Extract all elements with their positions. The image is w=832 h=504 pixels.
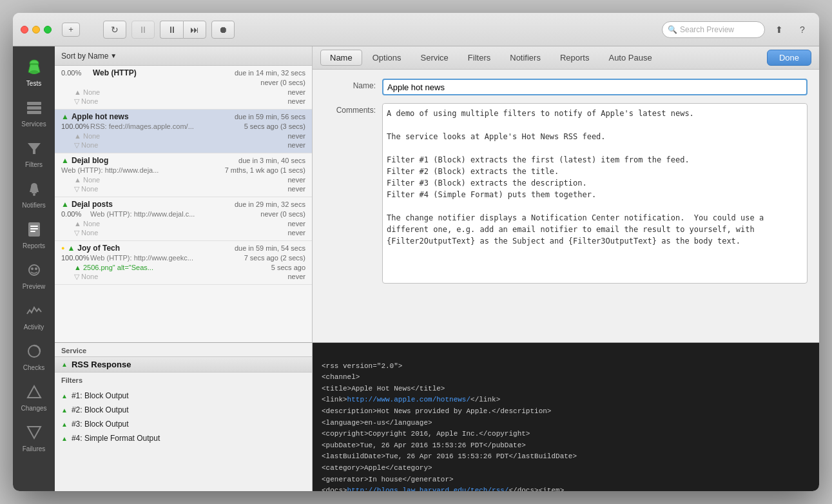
sub-item: ▽ None never	[61, 141, 305, 150]
item-subitems: ▲ None never ▽ None never	[61, 88, 305, 106]
item-subitems: ▲ None never ▽ None never	[61, 219, 305, 238]
sort-chevron-icon: ▼	[110, 52, 117, 59]
tab-reports[interactable]: Reports	[551, 50, 599, 65]
sub-value: never	[287, 97, 305, 106]
item-sub-row: 0.00% Web (HTTP): http://www.dejal.c... …	[61, 210, 305, 218]
detail-content: Name: Comments: A demo of using multiple…	[313, 70, 819, 342]
sort-label: Sort by Name	[61, 52, 108, 61]
tab-filters[interactable]: Filters	[459, 50, 499, 65]
service-name: RSS Response	[72, 360, 131, 369]
sub-arrow-down-icon: ▽ None	[74, 97, 98, 106]
failures-label: Failures	[23, 445, 46, 452]
tab-options[interactable]: Options	[363, 50, 411, 65]
filter-item-4[interactable]: ▲ #4: Simple Format Output	[55, 431, 312, 445]
list-item-joy-of-tech[interactable]: ● ▲ Joy of Tech due in 59 min, 54 secs 1…	[55, 241, 312, 285]
item-due: due in 29 min, 32 secs	[235, 200, 305, 208]
failures-icon	[24, 422, 44, 443]
tab-name[interactable]: Name	[320, 50, 362, 66]
detail-panel: Name Options Service Filters Notifiers R…	[313, 46, 819, 342]
item-sub-row: 100.00% RSS: feed://images.apple.com/...…	[61, 122, 305, 130]
sort-control[interactable]: Sort by Name ▼	[61, 52, 117, 61]
list-item-dejal-blog[interactable]: ▲ Dejal blog due in 3 min, 40 secs Web (…	[55, 153, 312, 197]
add-button[interactable]: +	[62, 23, 80, 37]
list-item-apple-hot-news[interactable]: ▲ Apple hot news due in 59 min, 56 secs …	[55, 110, 312, 153]
sub-arrow-down-icon: ▽ None	[74, 273, 98, 281]
stop-button[interactable]: ⏸	[131, 21, 155, 39]
search-bar: 🔍 Search Preview	[662, 21, 765, 38]
sub-value: 5 secs ago	[271, 264, 305, 271]
preview-icon	[24, 260, 44, 280]
list-item[interactable]: 0.00% Web (HTTP) due in 14 min, 32 secs …	[55, 66, 312, 110]
item-name: Apple hot news	[72, 112, 129, 121]
sub-arrow-up-icon: ▲ None	[74, 88, 100, 96]
sidebar-item-preview[interactable]: Preview	[13, 255, 55, 295]
comments-textarea[interactable]: A demo of using multiple filters to noti…	[382, 103, 808, 284]
sub-value: never	[287, 229, 305, 237]
skip-button[interactable]: ⏭	[183, 21, 206, 39]
help-button[interactable]: ?	[793, 23, 811, 37]
list-item-header: ▲ Dejal posts due in 29 min, 32 secs	[61, 200, 305, 209]
tab-notifiers[interactable]: Notifiers	[501, 50, 550, 65]
filter-item-1[interactable]: ▲ #1: Block Output	[55, 389, 312, 403]
tab-service[interactable]: Service	[412, 50, 458, 65]
sidebar-item-services[interactable]: Services	[13, 92, 55, 133]
status-up-icon: ▲	[61, 156, 69, 165]
sidebar-item-changes[interactable]: Changes	[13, 376, 55, 417]
maximize-button[interactable]	[44, 26, 52, 34]
sub-value: never	[287, 273, 305, 281]
xml-content: <rss version="2.0"> <channel> <title>App…	[313, 343, 819, 491]
list-item-header: ● ▲ Joy of Tech due in 59 min, 54 secs	[61, 244, 305, 253]
item-sub-row: never (0 secs)	[61, 79, 305, 86]
item-url: Web (HTTP): http://www.dejal.c...	[90, 210, 260, 218]
comments-field-row: Comments: A demo of using multiple filte…	[324, 103, 808, 284]
sub-item: ▲ None never	[61, 219, 305, 228]
yellow-dot-icon: ●	[61, 245, 64, 251]
list-panel: Sort by Name ▼ 0.00% Web (HTTP)	[55, 46, 313, 342]
pause-button[interactable]: ⏸	[160, 21, 183, 39]
sidebar-item-notifiers[interactable]: Notifiers	[13, 173, 55, 214]
record-button[interactable]: ⏺	[211, 21, 235, 39]
name-label: Name:	[324, 79, 376, 90]
comments-label: Comments:	[324, 103, 376, 115]
filter-status-icon: ▲	[61, 407, 68, 414]
item-last: 5 secs ago (3 secs)	[244, 122, 305, 130]
sidebar-item-filters[interactable]: Filters	[13, 133, 55, 173]
filter-name: #1: Block Output	[72, 391, 129, 400]
tab-auto-pause[interactable]: Auto Pause	[599, 50, 661, 65]
notifiers-icon	[24, 179, 44, 199]
sidebar-item-failures[interactable]: Failures	[13, 417, 55, 458]
minimize-button[interactable]	[32, 26, 40, 34]
activity-icon	[24, 300, 44, 321]
filters-icon	[24, 138, 44, 159]
filter-item-3[interactable]: ▲ #3: Block Output	[55, 417, 312, 431]
sidebar-item-tests[interactable]: Tests	[13, 52, 55, 92]
sub-arrow-up-icon: ▲ None	[74, 220, 100, 228]
item-due: due in 3 min, 40 secs	[238, 157, 305, 164]
sidebar-item-activity[interactable]: Activity	[13, 295, 55, 336]
services-label: Services	[21, 121, 46, 128]
service-row[interactable]: ▲ RSS Response	[55, 356, 312, 373]
filter-item-2[interactable]: ▲ #2: Block Output	[55, 403, 312, 417]
share-button[interactable]: ⬆	[770, 23, 788, 37]
sub-item: ▽ None never	[61, 272, 305, 282]
traffic-lights	[21, 26, 52, 34]
sub-item: ▲ None never	[61, 131, 305, 141]
name-input[interactable]	[382, 79, 808, 95]
svg-marker-16	[28, 386, 41, 398]
status-up-icon: ▲	[61, 112, 69, 121]
sub-value: never	[287, 176, 305, 184]
sub-item: ▽ None never	[61, 97, 305, 106]
pause-skip-group: ⏸ ⏭	[160, 21, 206, 39]
sidebar-item-reports[interactable]: Reports	[13, 214, 55, 255]
refresh-button[interactable]: ↻	[103, 21, 126, 39]
done-button[interactable]: Done	[767, 50, 811, 66]
services-icon	[24, 97, 44, 118]
sidebar-item-checks[interactable]: Checks	[13, 336, 55, 376]
list-item-dejal-posts[interactable]: ▲ Dejal posts due in 29 min, 32 secs 0.0…	[55, 197, 312, 241]
item-percent: 100.00%	[61, 254, 90, 262]
filter-status-icon: ▲	[61, 435, 68, 442]
close-button[interactable]	[21, 26, 28, 34]
sub-item: ▲ 2506.png" alt="Seas... 5 secs ago	[61, 263, 305, 272]
item-sub-row: Web (HTTP): http://www.deja... 7 mths, 1…	[61, 166, 305, 174]
main-layout: Tests Services Filters	[13, 46, 819, 491]
